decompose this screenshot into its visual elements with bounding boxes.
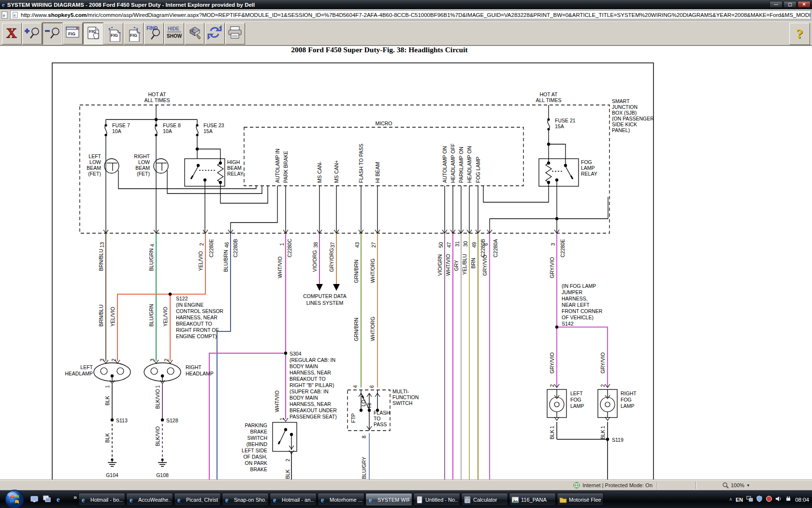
power-icon[interactable]: [785, 495, 792, 504]
url-input[interactable]: e http://www.shopkey5.com/mric/common/as…: [10, 10, 811, 19]
svg-text:S128: S128: [166, 418, 178, 423]
svg-text:COMPUTER DATA: COMPUTER DATA: [303, 293, 346, 299]
hide-show-button[interactable]: HIDESHOW: [164, 23, 184, 45]
svg-text:2: 2: [285, 459, 290, 462]
svg-text:2: 2: [199, 243, 204, 246]
svg-text:(IN FOG LAMP: (IN FOG LAMP: [562, 283, 596, 289]
taskbar-item-1[interactable]: eHotmail - bo...: [78, 493, 125, 506]
taskbar-item-8[interactable]: Untitled - No...: [413, 493, 460, 506]
close-button[interactable]: ✕: [798, 1, 811, 8]
svg-text:SIDE KICK: SIDE KICK: [612, 121, 637, 127]
svg-text:PARKLAMP ON: PARKLAMP ON: [458, 147, 464, 183]
figure-window-button[interactable]: FIG: [63, 23, 83, 45]
previous-figure-button[interactable]: FIG: [103, 23, 123, 45]
svg-text:HEADLAMP ON: HEADLAMP ON: [466, 146, 472, 183]
svg-text:2: 2: [600, 384, 606, 387]
svg-text:S113: S113: [116, 418, 128, 423]
svg-text:FUSE 21: FUSE 21: [555, 118, 576, 123]
hidden-icons-chevron[interactable]: ˄: [729, 497, 732, 502]
redline-button[interactable]: P: [185, 23, 204, 45]
svg-text:SWITCH: SWITCH: [247, 435, 267, 441]
svg-text:JUMPER: JUMPER: [562, 289, 583, 295]
svg-text:YEL/BLU: YEL/BLU: [462, 254, 467, 275]
network-status-icon[interactable]: [746, 495, 753, 504]
svg-text:4: 4: [149, 244, 155, 247]
zoom-out-button[interactable]: [43, 23, 62, 45]
taskbar: » ˄ EN 08:04 eeHotmail - bo...eAccuWeath…: [0, 490, 812, 508]
svg-text:FUSE 7: FUSE 7: [112, 122, 130, 128]
notification-icon[interactable]: [766, 495, 772, 504]
taskbar-item-5[interactable]: eHotmail - an...: [270, 493, 317, 506]
svg-text:FOG LAMP: FOG LAMP: [475, 157, 481, 183]
clock[interactable]: 08:04: [795, 497, 809, 503]
start-button[interactable]: [4, 489, 25, 508]
security-status-icon[interactable]: [756, 495, 763, 504]
svg-text:GRY/VIO: GRY/VIO: [482, 254, 488, 276]
svg-text:RIGHT "B" PILLAR): RIGHT "B" PILLAR): [290, 382, 334, 388]
svg-text:RELAY: RELAY: [227, 171, 244, 177]
svg-text:GRY/VIO: GRY/VIO: [600, 352, 606, 374]
svg-text:BRN: BRN: [470, 258, 476, 269]
status-bar: Internet | Protected Mode: On 100% ▼: [0, 480, 812, 490]
taskbar-item-9[interactable]: Calculator: [461, 493, 508, 506]
taskbar-item-11[interactable]: Motorisé Flee...: [557, 493, 604, 506]
window-switcher-icon[interactable]: [43, 495, 51, 504]
find-button[interactable]: FIND: [144, 23, 164, 45]
internet-explorer-icon[interactable]: e: [55, 495, 64, 504]
svg-text:10A: 10A: [163, 128, 172, 134]
svg-text:RELAY: RELAY: [581, 171, 597, 177]
language-indicator[interactable]: EN: [736, 497, 743, 503]
taskbar-item-2[interactable]: eAccuWeathe...: [126, 493, 173, 506]
svg-text:43: 43: [354, 242, 360, 248]
quick-launch-chevron[interactable]: »: [73, 493, 77, 501]
svg-text:HI BEAM: HI BEAM: [375, 162, 380, 183]
svg-text:FUSE 8: FUSE 8: [163, 122, 181, 128]
svg-text:3: 3: [99, 359, 105, 361]
svg-text:S119: S119: [612, 437, 624, 443]
svg-text:27: 27: [371, 242, 377, 248]
svg-text:G104: G104: [106, 472, 118, 478]
maximize-button[interactable]: ▢: [783, 1, 797, 8]
taskbar-item-6[interactable]: eMotorhome ...: [318, 493, 364, 506]
svg-text:BRAKE: BRAKE: [250, 466, 267, 472]
taskbar-item-3[interactable]: ePicard, Christ...: [174, 493, 221, 506]
svg-text:MULTI-: MULTI-: [392, 388, 409, 394]
zoom-control[interactable]: 100% ▼: [722, 482, 750, 489]
svg-text:X: X: [6, 25, 17, 41]
svg-text:2: 2: [111, 359, 116, 361]
svg-text:S142: S142: [562, 321, 574, 327]
svg-text:2008 Ford F450 Super Duty-Fig.: 2008 Ford F450 Super Duty-Fig. 38: Headl…: [291, 46, 468, 54]
screen: e SYSTEM WIRING DIAGRAMS - 2008 Ford F45…: [0, 0, 812, 508]
close-viewer-button[interactable]: X: [2, 23, 22, 45]
url-domain: shopkey5.com: [48, 12, 87, 18]
print-button[interactable]: [225, 23, 245, 45]
zoom-in-button[interactable]: [22, 23, 42, 45]
browser-content: 2008 Ford F450 Super Duty-Fig. 38: Headl…: [0, 46, 812, 480]
svg-text:FIG: FIG: [111, 33, 118, 38]
svg-text:FLASH TO PASS: FLASH TO PASS: [358, 144, 364, 183]
taskbar-item-4[interactable]: eSnap-on Sho...: [222, 493, 269, 506]
refresh-button[interactable]: [205, 23, 225, 45]
tray-icons: [746, 495, 792, 504]
svg-text:C2280E: C2280E: [208, 239, 214, 257]
figure-select-button[interactable]: FIG: [83, 23, 103, 45]
svg-text:FTP: FTP: [350, 413, 356, 423]
next-figure-button[interactable]: FIG: [124, 23, 144, 45]
svg-text:BRN/BLU: BRN/BLU: [98, 304, 104, 327]
show-desktop-icon[interactable]: [30, 495, 39, 504]
title-bar: e SYSTEM WIRING DIAGRAMS - 2008 Ford F45…: [0, 0, 812, 9]
volume-icon[interactable]: [775, 495, 782, 504]
svg-text:BEAM: BEAM: [87, 165, 101, 171]
help-button[interactable]: ?: [789, 23, 810, 45]
taskbar-item-7[interactable]: eSYSTEM WIRI...: [365, 493, 412, 506]
zoom-dropdown-caret[interactable]: ▼: [746, 483, 750, 488]
taskbar-item-10[interactable]: 116_PANA: [509, 493, 556, 506]
svg-text:BLK/VIO: BLK/VIO: [155, 389, 160, 409]
svg-text:LAMP: LAMP: [570, 403, 584, 409]
svg-text:AUTOLAMP IN: AUTOLAMP IN: [275, 149, 280, 183]
minimize-button[interactable]: —: [769, 1, 783, 8]
svg-text:38: 38: [313, 242, 319, 248]
svg-text:ALL TIMES: ALL TIMES: [536, 97, 561, 103]
svg-text:BEAM: BEAM: [227, 165, 242, 171]
svg-text:MICRO: MICRO: [376, 120, 392, 126]
